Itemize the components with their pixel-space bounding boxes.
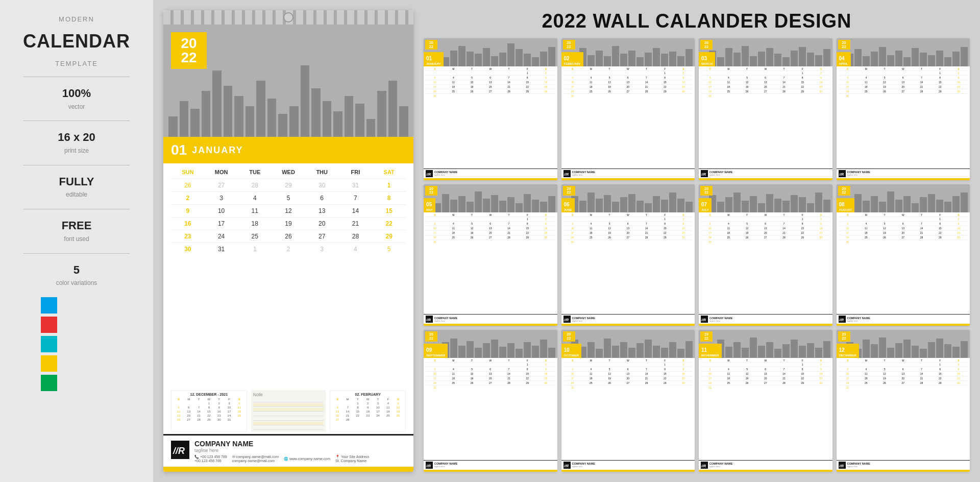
week-1: 26 27 28 29 30 31 1 bbox=[171, 179, 406, 191]
swatch-blue bbox=[41, 297, 57, 314]
mon-header: MON bbox=[205, 167, 238, 177]
main-content: 20 22 01 JANUARY SUN MON TUE WED THU FRI… bbox=[153, 0, 980, 482]
city-bar bbox=[323, 101, 332, 137]
swatch-red bbox=[41, 317, 57, 333]
city-bar bbox=[377, 91, 386, 137]
contact-row: 📞 +00 123 456 789+00 123 456 789 ✉ compa… bbox=[194, 455, 406, 463]
divider-4 bbox=[23, 209, 130, 209]
city-bar bbox=[168, 116, 178, 137]
footer-yellow-bar bbox=[163, 467, 413, 472]
mini-section: 12. DECEMBER - 2021 S M T W T F S 1 2 3 bbox=[163, 388, 413, 434]
city-bar bbox=[289, 106, 299, 137]
calendar-preview: 20 22 01 JANUARY SUN MON TUE WED THU FRI… bbox=[163, 10, 413, 472]
city-bar bbox=[366, 119, 376, 137]
mini-cal-december: 12. DECEMBER - 2021 S M T W T F S 1 2 3 bbox=[171, 390, 247, 432]
calendar-image-area: 20 22 bbox=[163, 25, 413, 137]
spiral-binding bbox=[163, 10, 413, 25]
right-title: 2022 WALL CALANDER DESIGN bbox=[424, 10, 970, 32]
month-header: 01 JANUARY bbox=[163, 137, 413, 163]
month-thumb-05: 20 22 05 MAY SMTWTFS 12 3456789 10111213… bbox=[424, 184, 557, 326]
city-bar bbox=[202, 91, 211, 137]
spiral-hole bbox=[283, 12, 293, 22]
city-bar bbox=[388, 81, 398, 137]
svg-text://R: //R bbox=[426, 318, 431, 322]
calendar-footer: //R COMPANY NAME tagline here 📞 +00 123 … bbox=[163, 434, 413, 467]
sidebar: modern CALENDAR template 100% vector 16 … bbox=[0, 0, 153, 482]
week-3: 9 10 11 12 13 14 15 bbox=[171, 204, 406, 217]
city-bar bbox=[311, 88, 321, 137]
city-bar bbox=[267, 99, 277, 137]
feature-editable: FULLY editable bbox=[59, 175, 94, 200]
city-bar bbox=[256, 81, 265, 137]
city-bar bbox=[246, 106, 255, 137]
month-thumb-08: 20 22 08 AUGUST SMTWTFS 12 3456789 10111… bbox=[837, 184, 970, 326]
month-thumb-01: 20 22 01 JANUARY SMTWTFS 12 3456789 1011… bbox=[424, 38, 557, 180]
mini-cal-february: 02. FEBRUARY S M T W T F S 1 2 3 4 5 6 bbox=[330, 390, 406, 432]
city-bar bbox=[234, 96, 243, 137]
divider-3 bbox=[23, 165, 130, 165]
months-grid: 20 22 01 JANUARY SMTWTFS 12 3456789 1011… bbox=[424, 38, 970, 472]
color-swatches bbox=[10, 297, 143, 391]
svg-text://R: //R bbox=[426, 464, 431, 468]
svg-text://R: //R bbox=[564, 318, 569, 322]
city-bar bbox=[355, 104, 364, 137]
divider-2 bbox=[23, 120, 130, 121]
city-bar bbox=[399, 106, 408, 137]
swatch-teal bbox=[41, 336, 57, 352]
city-bar bbox=[301, 65, 310, 137]
month-thumb-07: 20 22 07 JULY SMTWTFS 12 3456789 1011121… bbox=[699, 184, 832, 326]
feature-print-size: 16 x 20 print size bbox=[58, 130, 95, 155]
sidebar-modern-label: modern bbox=[59, 15, 94, 23]
svg-text://R: //R bbox=[839, 318, 844, 322]
right-panel: 2022 WALL CALANDER DESIGN 20 22 01 JANUA… bbox=[424, 10, 970, 472]
wed-header: WED bbox=[272, 167, 305, 177]
city-bar bbox=[333, 111, 342, 137]
month-thumb-02: 20 22 02 FEBRUARY SMTWTFS 12 3456789 101… bbox=[561, 38, 695, 180]
city-bar bbox=[180, 101, 189, 137]
month-thumb-04: 20 22 04 APRIL SMTWTFS 12 3456789 101112… bbox=[837, 38, 970, 180]
week-2: 2 3 4 5 6 7 8 bbox=[171, 191, 406, 204]
feature-font: FREE font used bbox=[62, 219, 92, 244]
svg-text://R: //R bbox=[701, 464, 706, 468]
city-bar bbox=[190, 109, 200, 137]
tue-header: TUE bbox=[238, 167, 272, 177]
year-badge: 20 22 bbox=[171, 32, 207, 69]
city-bar bbox=[224, 86, 233, 137]
sun-header: SUN bbox=[171, 167, 205, 177]
company-info: COMPANY NAME tagline here 📞 +00 123 456 … bbox=[194, 440, 406, 463]
sat-header: SAT bbox=[372, 167, 406, 177]
month-thumb-12: 20 22 12 DECEMBER SMTWTFS 12 3456789 101… bbox=[837, 330, 970, 472]
svg-text://R: //R bbox=[173, 446, 185, 456]
fri-header: FRI bbox=[339, 167, 373, 177]
month-thumb-09: 20 22 09 SEPTEMBER SMTWTFS 12 3456789 10… bbox=[424, 330, 557, 472]
city-bar bbox=[278, 114, 287, 137]
svg-text://R: //R bbox=[839, 173, 844, 176]
note-area: Note bbox=[251, 390, 326, 432]
month-thumb-03: 20 22 03 MARCH SMTWTFS 12 3456789 101112… bbox=[699, 38, 832, 180]
swatch-yellow bbox=[41, 355, 57, 372]
week-6: 30 31 1 2 3 4 5 bbox=[171, 243, 406, 255]
svg-text://R: //R bbox=[564, 464, 569, 468]
city-bar bbox=[212, 70, 222, 137]
calendar-grid: SUN MON TUE WED THU FRI SAT 26 27 28 29 … bbox=[163, 163, 413, 388]
days-header: SUN MON TUE WED THU FRI SAT bbox=[171, 167, 406, 177]
mini-cal-feb-grid: S M T W T F S 1 2 3 4 5 6 7 8 bbox=[332, 397, 403, 422]
svg-text://R: //R bbox=[839, 464, 844, 468]
divider-1 bbox=[23, 77, 130, 77]
city-bar bbox=[345, 96, 354, 137]
feature-colors: 5 color variations bbox=[56, 263, 97, 288]
sidebar-template-label: template bbox=[55, 60, 98, 67]
svg-text://R: //R bbox=[701, 173, 706, 176]
thu-header: THU bbox=[305, 167, 339, 177]
svg-text://R: //R bbox=[701, 318, 706, 322]
mini-cal-dec-grid: S M T W T F S 1 2 3 4 5 6 bbox=[174, 397, 244, 422]
month-thumb-06: 20 22 06 JUNE SMTWTFS 12 3456789 1011121… bbox=[561, 184, 695, 326]
company-logo: //R bbox=[171, 441, 189, 462]
month-thumb-11: 20 22 11 NOVEMBER SMTWTFS 12 3456789 101… bbox=[699, 330, 832, 472]
week-5: 23 24 25 26 27 28 29 bbox=[171, 230, 406, 243]
sidebar-calendar-label: CALENDAR bbox=[23, 32, 130, 51]
feature-vector: 100% vector bbox=[62, 86, 91, 111]
divider-5 bbox=[23, 253, 130, 254]
svg-text://R: //R bbox=[564, 173, 569, 176]
svg-text://R: //R bbox=[426, 173, 431, 176]
